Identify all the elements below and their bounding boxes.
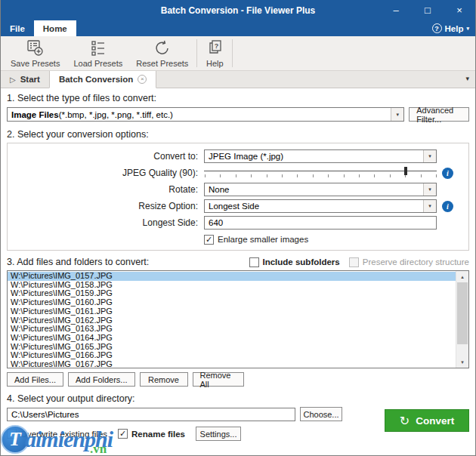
convert-button-label: Convert (416, 415, 454, 427)
load-presets-button[interactable]: Load Presets (66, 36, 129, 70)
advanced-filter-button[interactable]: Advanced Filter... (409, 107, 469, 122)
preserve-structure-checkbox: Preserve directory structure (349, 257, 469, 267)
reset-presets-icon (153, 39, 172, 57)
file-type-dropdown[interactable]: Image Files (*.bmp, *.jpg, *.png, *.tiff… (7, 107, 404, 122)
remove-all-button[interactable]: Remove All (193, 372, 244, 387)
save-presets-button[interactable]: Save Presets (4, 36, 66, 70)
dropdown-caret-icon[interactable]: ▾ (391, 108, 403, 121)
enlarge-smaller-label: Enlarge smaller images (218, 235, 308, 244)
ribbon: Save Presets Load Presets Reset Presets (1, 36, 475, 71)
scrollbar-thumb[interactable] (457, 282, 468, 344)
preserve-structure-label: Preserve directory structure (363, 257, 469, 267)
ribbon-separator (232, 39, 233, 67)
svg-text:?: ? (215, 42, 219, 50)
rename-files-label: Rename files (131, 430, 185, 439)
resize-option-label: Resize Option: (15, 201, 204, 211)
save-presets-icon (26, 39, 45, 57)
scroll-up-icon[interactable]: ▴ (456, 271, 468, 282)
slider-thumb[interactable] (404, 167, 407, 175)
reset-presets-button[interactable]: Reset Presets (129, 36, 195, 70)
close-icon: × (456, 5, 462, 16)
scroll-down-icon[interactable]: ▾ (456, 356, 468, 368)
help-circle-icon: ? (432, 23, 442, 33)
load-presets-label: Load Presets (73, 59, 122, 68)
minimize-icon: – (393, 5, 398, 16)
rename-files-checkbox[interactable]: ✓ Rename files (118, 429, 185, 439)
load-presets-icon (89, 39, 107, 57)
choose-button[interactable]: Choose... (300, 407, 342, 421)
rotate-dropdown[interactable]: None ▾ (204, 183, 437, 196)
section1-title: 1. Select the type of files to convert: (7, 93, 469, 103)
add-folders-button[interactable]: Add Folders... (68, 372, 134, 387)
section3-title: 3. Add files and folders to convert: (7, 257, 149, 267)
convert-button[interactable]: ↻ Convert (385, 409, 469, 432)
convert-to-label: Convert to: (15, 151, 204, 162)
batch-conversion-panel: 1. Select the type of files to convert: … (1, 88, 475, 455)
checkbox-disabled-icon (349, 257, 359, 267)
dropdown-caret-icon[interactable]: ▾ (423, 200, 436, 212)
resize-option-dropdown[interactable]: Longest Side ▾ (204, 199, 437, 213)
ribbon-help-icon: ? (206, 39, 224, 57)
rotate-label: Rotate: (15, 184, 204, 195)
reset-presets-label: Reset Presets (136, 59, 188, 68)
file-list-item[interactable]: W:\Pictures\IMG_0157.JPG (8, 272, 456, 281)
include-subfolders-checkbox[interactable]: Include subfolders (249, 257, 340, 267)
maximize-button[interactable]: □ (412, 0, 444, 20)
tab-list-caret-icon[interactable]: ▾ (465, 75, 469, 82)
minimize-button[interactable]: – (380, 0, 412, 20)
file-list-item[interactable]: W:\Pictures\IMG_0161.JPG (8, 307, 456, 316)
add-files-button[interactable]: Add Files... (7, 372, 63, 387)
tab-home[interactable]: Home (34, 20, 76, 36)
tab-close-icon[interactable]: × (138, 75, 147, 84)
file-list-scrollbar[interactable]: ▴ ▾ (456, 271, 468, 368)
section2-title: 2. Select your conversion options: (7, 129, 469, 140)
file-type-value-rest: (*.bmp, *.jpg, *.png, *.tiff, etc.) (59, 110, 173, 119)
titlebar: Batch Conversion - File Viewer Plus – □ … (1, 0, 475, 20)
app-window: Batch Conversion - File Viewer Plus – □ … (0, 0, 476, 456)
resize-info-icon[interactable]: i (442, 201, 453, 212)
quality-info-icon[interactable]: i (442, 168, 453, 179)
ribbon-separator (196, 39, 197, 67)
checkbox-unchecked-icon (7, 429, 17, 439)
overwrite-existing-checkbox[interactable]: Overwrite existing files (7, 429, 107, 439)
slider-ticks (205, 174, 437, 177)
overwrite-existing-label: Overwrite existing files (20, 430, 107, 439)
output-directory-input[interactable]: C:\Users\Pictures (7, 408, 295, 421)
jpeg-quality-slider[interactable] (204, 166, 437, 180)
ribbon-help-button[interactable]: ? Help (199, 36, 230, 70)
tab-start-label: Start (20, 75, 40, 84)
play-icon: ▷ (10, 75, 16, 84)
section4-title: 4. Select your output directory: (7, 393, 469, 404)
document-tabstrip: ▷ Start Batch Conversion × ▾ (1, 71, 475, 88)
dropdown-caret-icon[interactable]: ▾ (423, 183, 436, 196)
save-presets-label: Save Presets (11, 59, 60, 68)
checkbox-checked-icon: ✓ (204, 235, 214, 245)
menu-bar: File Home ? Help ▾ (1, 20, 475, 36)
longest-side-input[interactable]: 640 (204, 216, 437, 230)
file-type-value-bold: Image Files (11, 110, 59, 119)
enlarge-smaller-checkbox[interactable]: ✓ Enlarge smaller images (204, 235, 308, 245)
convert-to-dropdown[interactable]: JPEG Image (*.jpg) ▾ (204, 149, 437, 163)
checkbox-unchecked-icon (249, 257, 259, 267)
conversion-options-panel: Convert to: JPEG Image (*.jpg) ▾ JPEG Qu… (7, 143, 469, 251)
slider-track (204, 171, 437, 171)
longest-side-label: Longest Side: (15, 217, 204, 228)
tab-file[interactable]: File (1, 20, 34, 36)
help-caret-icon: ▾ (466, 26, 469, 32)
help-menu[interactable]: ? Help ▾ (432, 20, 469, 36)
file-list-item[interactable]: W:\Pictures\IMG_0167.JPG (8, 360, 456, 368)
tab-batch-conversion[interactable]: Batch Conversion × (49, 71, 156, 88)
maximize-icon: □ (425, 5, 431, 16)
file-list-item[interactable]: W:\Pictures\IMG_0164.JPG (8, 334, 456, 343)
settings-button[interactable]: Settings... (196, 427, 241, 441)
tab-batch-conversion-label: Batch Conversion (59, 75, 133, 84)
dropdown-caret-icon[interactable]: ▾ (423, 150, 436, 162)
include-subfolders-label: Include subfolders (263, 257, 340, 267)
tab-start[interactable]: ▷ Start (1, 71, 49, 88)
checkbox-checked-icon: ✓ (118, 429, 128, 439)
convert-arrows-icon: ↻ (400, 414, 410, 428)
remove-button[interactable]: Remove (140, 372, 188, 387)
ribbon-help-label: Help (206, 59, 224, 68)
close-button[interactable]: × (444, 0, 475, 20)
file-list[interactable]: W:\Pictures\IMG_0157.JPG W:\Pictures\IMG… (7, 270, 469, 368)
